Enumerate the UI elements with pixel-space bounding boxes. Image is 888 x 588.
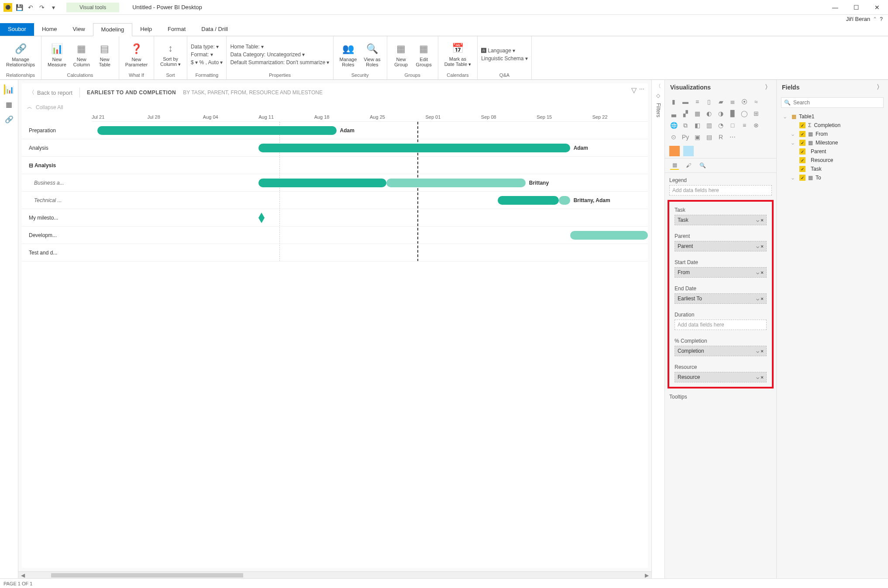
viz-type-icon[interactable]: ◧ [692,120,702,131]
back-to-report-link[interactable]: 〈 Back to report [29,89,72,96]
table-node[interactable]: ⌵ ▦ Table1 [781,112,884,121]
viz-type-icon[interactable]: ▯ [704,96,714,107]
bucket-field[interactable]: Task⌵ ✕ [675,215,767,225]
gantt-bar[interactable] [258,179,386,187]
viz-type-icon[interactable]: ⊗ [751,120,761,131]
manage-relationships-button[interactable]: 🔗Manage Relationships [3,40,38,69]
gantt-row[interactable]: Test and d... [22,244,648,261]
undo-icon[interactable]: ↶ [26,3,35,12]
bucket-field[interactable]: Earliest To⌵ ✕ [675,293,767,304]
field-item[interactable]: ✓Parent [789,147,884,156]
viz-type-icon[interactable]: ▃ [668,108,679,119]
viz-type-icon[interactable]: ▦ [692,108,702,119]
remove-icon[interactable]: ✕ [761,269,764,275]
gantt-bar[interactable] [570,231,648,240]
more-icon[interactable]: ⋯ [639,86,644,94]
scrollbar-thumb[interactable] [51,573,243,578]
bucket-field[interactable]: Add data fields here [675,320,767,330]
chevron-down-icon[interactable]: ⌵ [792,175,797,180]
viz-type-icon[interactable]: ▮ [668,96,679,107]
viz-type-icon[interactable]: ▬ [680,96,691,107]
tab-view[interactable]: View [65,23,93,36]
tab-data-drill[interactable]: Data / Drill [193,23,236,36]
remove-icon[interactable]: ✕ [761,217,764,223]
viz-type-icon[interactable]: ▰ [716,96,726,107]
chevron-right-icon[interactable]: 〉 [765,83,771,91]
filters-pane-collapsed[interactable]: 〈 ◇ Filters [651,80,664,578]
summarization-dropdown[interactable]: Default Summarization: Don't summarize ▾ [230,59,329,65]
new-group-button[interactable]: ▦New Group [391,40,412,69]
help-icon[interactable]: ? [880,16,883,22]
viz-type-icon[interactable]: ◐ [704,108,714,119]
redo-icon[interactable]: ↷ [38,3,46,12]
new-measure-button[interactable]: 📊New Measure [45,40,69,69]
filter-icon[interactable]: ▽ [631,86,637,94]
milestone-icon[interactable] [258,213,265,223]
chevron-down-icon[interactable]: ⌵ [756,243,759,249]
bucket-field[interactable]: Resource⌵ ✕ [675,372,767,382]
viz-type-icon[interactable]: ≡ [692,96,702,107]
viz-type-icon[interactable]: ◯ [739,108,750,119]
new-column-button[interactable]: ▦New Column [71,40,93,69]
field-item[interactable]: ⌵✓▦To [789,173,884,182]
gantt-row[interactable]: My milesto... [22,209,648,227]
analytics-tab-icon[interactable]: 🔍 [698,161,707,170]
gantt-bar[interactable]: Adam [258,144,570,152]
viz-type-icon[interactable]: ≣ [727,96,738,107]
gantt-row[interactable]: PreparationAdam [22,122,648,139]
maximize-icon[interactable]: ☐ [852,3,860,11]
report-view-icon[interactable]: 📊 [4,84,14,95]
field-item[interactable]: ✓Task [789,165,884,173]
chevron-down-icon[interactable]: ⌵ [756,217,759,223]
tab-help[interactable]: Help [132,23,160,36]
collapse-all-link[interactable]: Collapse All [36,104,63,110]
remove-icon[interactable]: ✕ [761,296,764,302]
chevron-down-icon[interactable]: ⌵ [792,141,797,145]
viz-type-icon[interactable]: R [716,132,726,142]
viz-type-icon[interactable]: ▥ [704,120,714,131]
gantt-row[interactable]: Business a...Brittany [22,174,648,192]
user-name[interactable]: Jiří Beran [846,16,871,22]
checkbox-icon[interactable]: ✓ [799,148,805,155]
custom-visual-1-icon[interactable] [669,146,680,156]
viz-type-icon[interactable]: ⊞ [751,108,761,119]
custom-visual-2-icon[interactable] [683,146,694,156]
view-as-roles-button[interactable]: 🔍View as Roles [361,40,383,69]
qat-dropdown-icon[interactable]: ▾ [49,3,58,12]
checkbox-icon[interactable]: ✓ [799,157,805,163]
viz-type-icon[interactable]: ⋯ [727,132,738,142]
home-table-dropdown[interactable]: Home Table: ▾ [230,44,329,50]
mark-date-table-button[interactable]: 📅Mark as Date Table ▾ [442,40,474,69]
chevron-down-icon[interactable]: ⌵ [756,374,759,380]
gantt-bar[interactable]: Adam [97,126,337,135]
gantt-bar[interactable]: Brittany [386,179,526,187]
chevron-down-icon[interactable]: ⌵ [756,296,759,302]
viz-type-icon[interactable]: ▤ [704,132,714,142]
bucket-drop-zone[interactable]: Add data fields here [669,185,772,196]
gantt-bar[interactable]: Brittany, Adam [559,196,570,205]
chevron-down-icon[interactable]: ⌵ [792,132,797,137]
viz-type-icon[interactable]: ≡ [739,120,750,131]
fields-tab-icon[interactable]: ▦ [670,161,679,170]
viz-type-icon[interactable]: ▣ [692,132,702,142]
user-chevron-icon[interactable]: ⌃ [873,16,877,22]
horizontal-scrollbar[interactable]: ◀ ▶ [18,571,651,578]
checkbox-icon[interactable]: ✓ [799,122,805,128]
chevron-down-icon[interactable]: ⌵ [756,269,759,275]
close-icon[interactable]: ✕ [873,3,881,11]
viz-type-icon[interactable]: ◔ [716,120,726,131]
remove-icon[interactable]: ✕ [761,243,764,249]
tab-format[interactable]: Format [160,23,193,36]
number-format-controls[interactable]: $ ▾ % , Auto ▾ [191,59,223,65]
gantt-row[interactable]: Developm... [22,227,648,244]
tab-modeling[interactable]: Modeling [93,23,133,36]
bucket-field[interactable]: Completion⌵ ✕ [675,346,767,356]
bucket-field[interactable]: Parent⌵ ✕ [675,241,767,251]
collapse-icon[interactable]: ⊟ [29,162,34,168]
viz-type-icon[interactable]: ⦿ [739,96,750,107]
linguistic-schema-dropdown[interactable]: Linguistic Schema ▾ [481,55,528,62]
bucket-field[interactable]: From⌵ ✕ [675,267,767,278]
format-tab-icon[interactable]: 🖌 [684,161,693,170]
tab-home[interactable]: Home [34,23,65,36]
language-dropdown[interactable]: 🅰 Language ▾ [481,48,528,54]
